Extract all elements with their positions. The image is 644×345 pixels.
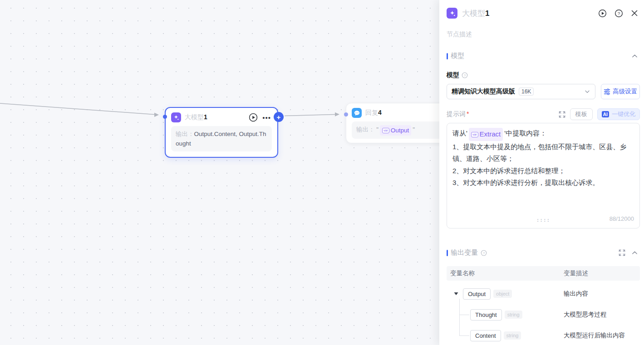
more-options-button[interactable]: ••• [261, 114, 272, 121]
add-next-node-button[interactable]: + [274, 112, 284, 122]
svg-text:?: ? [464, 73, 466, 78]
close-icon[interactable] [631, 10, 638, 17]
node-description-input[interactable]: 节点描述 [447, 29, 640, 40]
llm-sparkle-icon [171, 112, 181, 122]
advanced-settings-button[interactable]: 高级设置 [601, 84, 640, 99]
variables-table: Output object 输出内容 Thought string 大模型思考过… [447, 283, 640, 345]
variable-desc[interactable]: 大模型运行后输出内容 [564, 331, 625, 340]
input-port[interactable] [344, 112, 348, 117]
collapse-section-icon[interactable] [631, 53, 638, 59]
section-accent-bar [447, 250, 448, 256]
svg-text:?: ? [618, 10, 620, 15]
prompt-line: 1、提取文本中提及的地点，包括但不限于城市、区县、乡镇、道路、小区等； [452, 141, 634, 165]
variable-name-field[interactable]: Output [463, 288, 491, 300]
table-row: Content string 大模型运行后输出内容 [447, 325, 640, 345]
variable-name-field[interactable]: Content [470, 330, 501, 341]
char-counter: 88/12000 [610, 213, 634, 225]
ai-optimize-button[interactable]: AI 一键优化 [597, 108, 640, 120]
prompt-line: 请从'varExtract'中提取内容： [452, 127, 634, 141]
variable-type-badge: string [505, 311, 522, 319]
help-icon[interactable]: ? [462, 72, 468, 78]
variable-type-badge: object [493, 290, 512, 298]
svg-text:?: ? [483, 251, 485, 255]
node-config-panel: 大模型1 ? 节点描述 模型 模型 ? 精调知识大模型高级版 [439, 0, 644, 345]
prompt-field-label: 提示词* [447, 110, 469, 118]
context-size-tag: 16K [519, 87, 534, 96]
node-output-summary: 输出：Output.Content, Output.Thought [171, 126, 272, 151]
variable-token[interactable]: varExtract [469, 128, 503, 141]
ai-badge: AI [602, 111, 610, 118]
expand-icon[interactable] [559, 111, 565, 118]
table-row: Output object 输出内容 [447, 283, 640, 304]
variable-icon: var [382, 128, 389, 133]
input-port[interactable] [163, 115, 167, 119]
sliders-icon [604, 88, 610, 95]
reply-chat-icon [352, 108, 362, 118]
collapse-caret-icon[interactable] [454, 292, 458, 296]
variable-desc[interactable]: 输出内容 [564, 290, 588, 298]
prompt-textarea[interactable]: 请从'varExtract'中提取内容： 1、提取文本中提及的地点，包括但不限于… [447, 123, 640, 228]
help-icon[interactable]: ? [481, 250, 487, 256]
collapse-section-icon[interactable] [631, 249, 638, 256]
flow-canvas[interactable]: 大模型1 ••• 输出：Output.Content, Output.Thoug… [0, 0, 439, 345]
panel-title: 大模型1 [462, 8, 489, 19]
variable-icon: var [471, 132, 478, 137]
chevron-down-icon [584, 88, 590, 95]
variable-name-field[interactable]: Thought [470, 309, 502, 321]
panel-header: 大模型1 ? [447, 0, 640, 26]
model-select[interactable]: 精调知识大模型高级版 16K [447, 84, 595, 99]
table-row: Thought string 大模型思考过程 [447, 304, 640, 325]
run-node-button[interactable] [598, 9, 607, 18]
prompt-line: 3、对文本中的诉求进行分析，提取出核心诉求。 [452, 177, 634, 189]
node-title: 回复4 [365, 109, 382, 117]
node-llm[interactable]: 大模型1 ••• 输出：Output.Content, Output.Thoug… [165, 107, 278, 158]
variables-table-header: 变量名称 变量描述 [447, 266, 640, 281]
node-title: 大模型1 [185, 113, 207, 121]
edge-layer [0, 0, 439, 345]
run-node-button[interactable] [249, 113, 258, 122]
template-button[interactable]: 模板 [570, 108, 593, 120]
help-icon[interactable]: ? [615, 9, 623, 18]
variable-desc[interactable]: 大模型思考过程 [564, 311, 607, 319]
prompt-line: 2、对文本中的诉求进行总结和整理； [452, 165, 634, 177]
model-field-label: 模型 ? [447, 71, 640, 79]
expand-icon[interactable] [619, 249, 625, 256]
resize-handle[interactable]: :::: [536, 214, 551, 227]
llm-sparkle-icon [447, 8, 457, 19]
variable-token: varOutput [380, 125, 411, 136]
section-accent-bar [447, 53, 448, 59]
output-section-header: 输出变量 ? [447, 248, 640, 257]
variable-type-badge: string [504, 331, 521, 340]
model-section-header: 模型 [447, 52, 640, 60]
